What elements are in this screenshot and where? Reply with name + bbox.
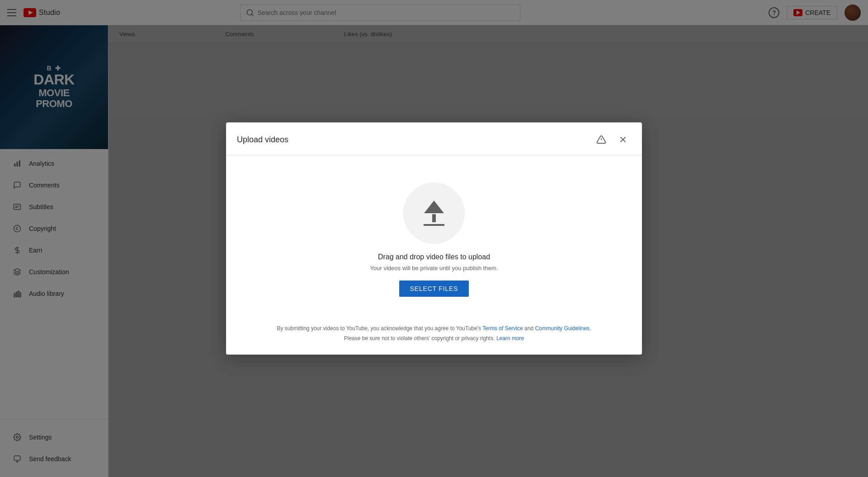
private-notice: Your videos will be private until you pu… (370, 265, 498, 271)
modal-title: Upload videos (237, 135, 288, 145)
legal-text: By submitting your videos to YouTube, yo… (244, 324, 624, 343)
learn-more-link[interactable]: Learn more (496, 335, 524, 341)
modal-body: Drag and drop video files to upload Your… (226, 155, 642, 315)
arrow-base (424, 224, 444, 226)
alert-button[interactable] (593, 131, 609, 148)
and-text: and (523, 325, 535, 332)
upload-modal: Upload videos (226, 122, 642, 354)
modal-header-actions (593, 131, 631, 148)
upload-area: Drag and drop video files to upload Your… (370, 182, 498, 297)
arrow-stem (432, 214, 436, 222)
modal-header: Upload videos (226, 122, 642, 155)
upload-icon-circle (403, 182, 465, 244)
upload-arrow-icon (424, 201, 444, 226)
arrow-up (424, 201, 444, 213)
terms-link[interactable]: Terms of Service (482, 325, 523, 332)
modal-footer: By submitting your videos to YouTube, yo… (226, 315, 642, 354)
modal-overlay: Upload videos (0, 0, 868, 477)
drag-drop-text: Drag and drop video files to upload (378, 253, 490, 261)
community-link[interactable]: Community Guidelines (535, 325, 590, 332)
close-button[interactable] (615, 131, 631, 148)
legal-before: By submitting your videos to YouTube, yo… (277, 325, 483, 332)
select-files-button[interactable]: SELECT FILES (399, 281, 469, 297)
